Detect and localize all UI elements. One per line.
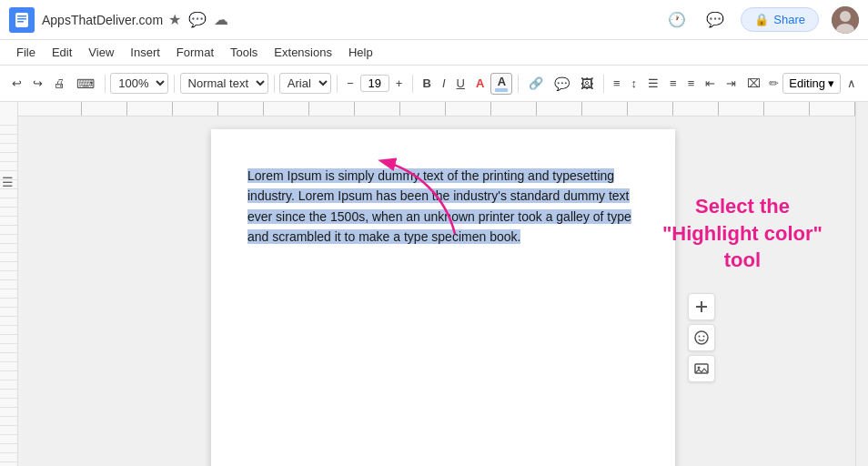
title-bar: AppsThatDeliver.com ★ 💬 ☁ 🕐 💬 🔒 Share (0, 0, 868, 40)
menu-format[interactable]: Format (169, 43, 221, 62)
add-float-button[interactable] (688, 293, 715, 320)
link-button[interactable]: 🔗 (524, 74, 548, 93)
menu-tools[interactable]: Tools (223, 43, 265, 62)
fontsize-input[interactable] (360, 75, 389, 92)
collapse-button[interactable]: ∧ (843, 74, 861, 93)
chat-icon[interactable]: 💬 (702, 7, 728, 33)
svg-point-10 (699, 336, 701, 338)
fontsize-minus[interactable]: − (342, 74, 358, 93)
svg-rect-8 (696, 306, 707, 308)
share-label: Share (773, 13, 805, 26)
site-name: AppsThatDeliver.com (42, 13, 163, 27)
highlight-color-button[interactable]: A (490, 73, 512, 95)
menu-edit[interactable]: Edit (45, 43, 79, 62)
print-button[interactable]: 🖨 (49, 74, 70, 93)
comment-tb-button[interactable]: 💬 (550, 74, 574, 94)
star-icon[interactable]: ★ (168, 11, 181, 28)
indent-dec-button[interactable]: ⇤ (701, 74, 720, 93)
emoji-float-button[interactable] (688, 324, 715, 351)
zoom-select[interactable]: 100% (110, 73, 168, 94)
bullets-button[interactable]: ≡ (665, 74, 681, 93)
indent-inc-button[interactable]: ⇥ (722, 74, 741, 93)
toolbar: ↩ ↪ 🖨 ⌨ 100% Normal text Arial − + B I U… (0, 66, 868, 102)
comment-icon[interactable]: 💬 (188, 11, 207, 28)
fontsize-plus[interactable]: + (391, 74, 408, 93)
ruler-top (18, 102, 855, 116)
text-color-button[interactable]: A (471, 74, 489, 93)
title-icons: ★ 💬 ☁ (168, 11, 228, 28)
svg-rect-1 (17, 15, 26, 17)
selected-text[interactable]: Lorem Ipsum is simply dummy text of the … (247, 168, 631, 244)
checklist-button[interactable]: ☰ (643, 74, 663, 93)
svg-point-9 (695, 331, 708, 344)
underline-button[interactable]: U (452, 74, 469, 93)
undo-button[interactable]: ↩ (7, 74, 26, 93)
clear-format-button[interactable]: ⌧ (742, 74, 765, 93)
menu-file[interactable]: File (9, 43, 43, 62)
svg-point-13 (698, 367, 701, 370)
lock-icon: 🔒 (754, 13, 769, 26)
document-text[interactable]: Lorem Ipsum is simply dummy text of the … (247, 166, 639, 248)
share-button[interactable]: 🔒 Share (741, 7, 819, 32)
menu-bar: File Edit View Insert Format Tools Exten… (0, 40, 868, 66)
menu-help[interactable]: Help (341, 43, 380, 62)
ruler-left: ☰ (0, 102, 18, 466)
floating-buttons (688, 293, 715, 382)
menu-extensions[interactable]: Extensions (267, 43, 339, 62)
bold-button[interactable]: B (419, 74, 436, 93)
svg-point-11 (703, 336, 705, 338)
cloud-icon[interactable]: ☁ (214, 11, 228, 28)
scrollbar-right[interactable] (855, 102, 868, 466)
content-area[interactable]: Lorem Ipsum is simply dummy text of the … (18, 102, 868, 466)
top-right-icons: 🕐 💬 🔒 Share (664, 6, 859, 34)
svg-rect-2 (17, 18, 26, 20)
history-icon[interactable]: 🕐 (664, 7, 690, 33)
svg-point-5 (840, 11, 851, 22)
highlight-a-label: A (498, 76, 506, 87)
svg-rect-3 (17, 21, 24, 23)
align-button[interactable]: ≡ (609, 74, 625, 93)
paintformat-button[interactable]: ⌨ (72, 74, 99, 94)
avatar[interactable] (832, 6, 859, 34)
main-area: ☰ Lorem Ipsum is simply dummy text of th… (0, 102, 868, 466)
editing-dropdown[interactable]: Editing ▾ (782, 73, 841, 94)
image-float-button[interactable] (688, 355, 715, 382)
doc-page[interactable]: Lorem Ipsum is simply dummy text of the … (211, 129, 675, 466)
font-select[interactable]: Arial (279, 73, 331, 94)
editing-chevron: ▾ (828, 76, 834, 90)
italic-button[interactable]: I (438, 74, 450, 93)
numbers-button[interactable]: ≡ (683, 74, 700, 93)
editing-label: Editing (789, 76, 825, 90)
menu-view[interactable]: View (81, 43, 121, 62)
menu-insert[interactable]: Insert (123, 43, 167, 62)
svg-rect-0 (15, 13, 28, 27)
highlight-bar (495, 88, 508, 92)
style-select[interactable]: Normal text (180, 73, 268, 94)
doc-wrapper: Lorem Ipsum is simply dummy text of the … (18, 111, 868, 457)
image-tb-button[interactable]: 🖼 (576, 74, 598, 94)
redo-button[interactable]: ↪ (28, 74, 47, 93)
linespacing-button[interactable]: ↕ (627, 74, 642, 93)
pencil-icon: ✏ (769, 76, 779, 90)
app-logo (9, 7, 35, 33)
